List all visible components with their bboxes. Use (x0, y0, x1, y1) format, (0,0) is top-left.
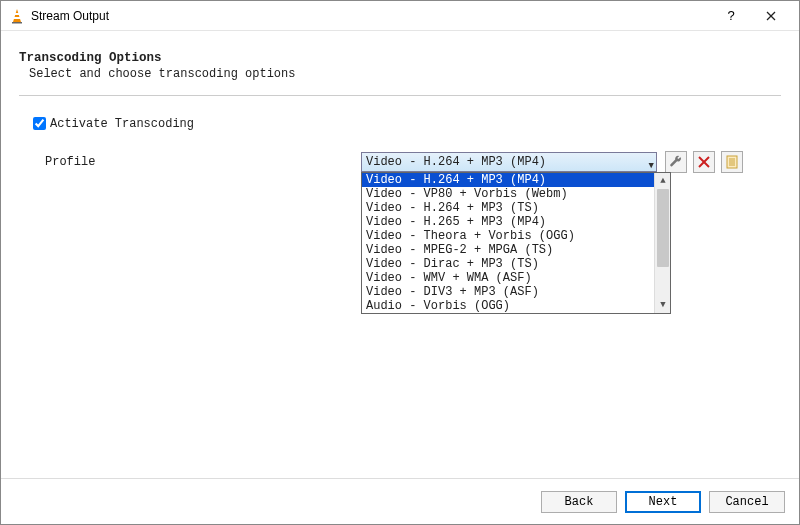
edit-profile-button[interactable] (665, 151, 687, 173)
delete-profile-button[interactable] (693, 151, 715, 173)
svg-rect-3 (12, 22, 22, 24)
new-document-icon (725, 155, 739, 169)
close-button[interactable] (751, 1, 791, 31)
section-subtitle: Select and choose transcoding options (29, 67, 781, 81)
profile-option[interactable]: Video - H.265 + MP3 (MP4) (362, 215, 654, 229)
profile-option[interactable]: Video - H.264 + MP3 (TS) (362, 201, 654, 215)
svg-marker-0 (13, 9, 21, 22)
next-button[interactable]: Next (625, 491, 701, 513)
vlc-cone-icon (9, 8, 25, 24)
profile-option[interactable]: Video - DIV3 + MP3 (ASF) (362, 285, 654, 299)
activate-transcoding-checkbox[interactable] (33, 117, 46, 130)
profile-option[interactable]: Video - MPEG-2 + MPGA (TS) (362, 243, 654, 257)
profile-option[interactable]: Video - VP80 + Vorbis (Webm) (362, 187, 654, 201)
titlebar: Stream Output ? (1, 1, 799, 31)
profile-option[interactable]: Audio - Vorbis (OGG) (362, 299, 654, 313)
svg-rect-2 (14, 17, 21, 19)
profile-option[interactable]: Video - WMV + WMA (ASF) (362, 271, 654, 285)
profile-option[interactable]: Video - Dirac + MP3 (TS) (362, 257, 654, 271)
scroll-down-icon[interactable]: ▼ (655, 297, 671, 313)
back-button[interactable]: Back (541, 491, 617, 513)
profile-label: Profile (45, 155, 361, 169)
activate-transcoding-label: Activate Transcoding (50, 117, 194, 131)
section-heading: Transcoding Options (19, 51, 781, 65)
svg-rect-8 (727, 156, 737, 168)
delete-x-icon (698, 156, 710, 168)
wrench-icon (669, 155, 683, 169)
footer: Back Next Cancel (1, 478, 799, 524)
dropdown-scrollbar[interactable]: ▲ ▼ (654, 173, 670, 313)
scroll-thumb[interactable] (657, 189, 669, 267)
help-button[interactable]: ? (711, 1, 751, 31)
profile-select[interactable]: Video - H.264 + MP3 (MP4) ▼ (361, 152, 657, 172)
profile-option[interactable]: Video - Theora + Vorbis (OGG) (362, 229, 654, 243)
profile-dropdown: Video - H.264 + MP3 (MP4)Video - VP80 + … (361, 172, 671, 314)
window-title: Stream Output (31, 9, 109, 23)
scroll-up-icon[interactable]: ▲ (655, 173, 671, 189)
new-profile-button[interactable] (721, 151, 743, 173)
divider (19, 95, 781, 96)
profile-option[interactable]: Video - H.264 + MP3 (MP4) (362, 173, 654, 187)
cancel-button[interactable]: Cancel (709, 491, 785, 513)
profile-selected-value: Video - H.264 + MP3 (MP4) (366, 155, 546, 169)
svg-rect-1 (14, 13, 20, 15)
